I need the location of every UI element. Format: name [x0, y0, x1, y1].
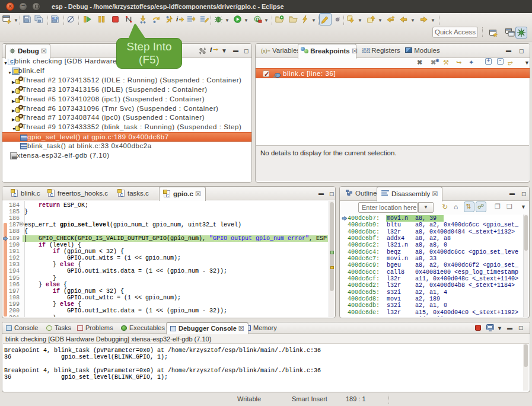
svg-text:i: i: [176, 15, 179, 23]
